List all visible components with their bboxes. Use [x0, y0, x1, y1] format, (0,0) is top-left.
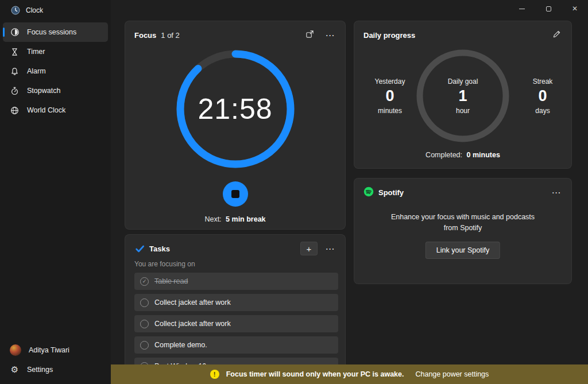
change-power-settings-link[interactable]: Change power settings — [415, 370, 489, 378]
user-profile[interactable]: Aditya Tiwari — [3, 340, 108, 360]
more-icon: ⋯ — [326, 243, 335, 254]
spotify-card-title: Spotify — [378, 188, 404, 197]
yesterday-stat: Yesterday 0 minutes — [361, 77, 419, 115]
daily-progress-title: Daily progress — [363, 31, 415, 40]
completed-summary: Completed: 0 minutes — [354, 151, 571, 159]
popout-icon — [305, 30, 314, 40]
streak-unit: days — [514, 107, 571, 115]
minimize-button[interactable] — [509, 0, 535, 17]
expand-focus-button[interactable] — [301, 28, 318, 42]
goal-value: 1 — [458, 87, 467, 105]
yesterday-label: Yesterday — [361, 77, 419, 86]
spotify-more-button[interactable]: ⋯ — [548, 185, 564, 200]
tasks-card: Tasks + ⋯ You are focusing on ✓ Table re… — [125, 234, 346, 384]
focus-session-counter: 1 of 2 — [161, 31, 180, 40]
task-row[interactable]: Collect jacket after work — [134, 294, 338, 311]
streak-label: Streak — [514, 77, 571, 86]
streak-stat: Streak 0 days — [514, 77, 571, 115]
daily-goal-ring: Daily goal 1 hour — [413, 46, 512, 145]
stop-focus-button[interactable] — [223, 181, 248, 207]
notification-message: Focus timer will sound only when your PC… — [226, 370, 404, 378]
next-label: Next: — [204, 215, 221, 223]
tasks-card-title: Tasks — [149, 245, 170, 253]
add-icon: + — [307, 244, 312, 254]
selected-indicator — [3, 28, 5, 37]
spotify-logo-icon — [363, 187, 374, 199]
task-checkbox-checked[interactable]: ✓ — [140, 277, 149, 286]
edit-goal-button[interactable] — [548, 28, 564, 42]
next-value: 5 min break — [226, 215, 265, 223]
sidebar-item-alarm[interactable]: Alarm — [3, 61, 108, 81]
task-checkbox[interactable] — [140, 298, 149, 307]
sidebar-item-timer[interactable]: Timer — [3, 42, 108, 61]
task-label: Table read — [154, 277, 188, 285]
focus-timer-ring: 21:58 — [173, 46, 298, 172]
focus-sessions-icon — [10, 28, 20, 37]
task-checkbox[interactable] — [140, 320, 149, 328]
settings-gear-icon: ⚙ — [10, 365, 20, 375]
spotify-card: Spotify ⋯ Enhance your focus with music … — [354, 178, 572, 284]
world-clock-globe-icon — [10, 106, 20, 115]
time-remaining: 21:58 — [198, 92, 272, 126]
notification-bar: ! Focus timer will sound only when your … — [111, 364, 588, 384]
sidebar-footer: Aditya Tiwari ⚙ Settings — [3, 340, 108, 379]
more-icon: ⋯ — [552, 187, 562, 198]
sidebar-nav: Focus sessions Timer Alarm Stopwatch Wor… — [0, 20, 111, 122]
maximize-icon — [546, 6, 551, 11]
minimize-icon — [519, 9, 525, 9]
completed-value: 0 minutes — [467, 151, 500, 159]
task-row[interactable]: Complete demo. — [134, 336, 338, 354]
task-row[interactable]: Collect jacket after work — [134, 315, 338, 332]
sidebar-item-label: World Clock — [27, 106, 65, 114]
sidebar-item-stopwatch[interactable]: Stopwatch — [3, 81, 108, 100]
user-name: Aditya Tiwari — [29, 346, 69, 354]
next-session-info: Next: 5 min break — [125, 215, 345, 223]
sidebar-item-focus-sessions[interactable]: Focus sessions — [3, 22, 108, 42]
focusing-on-label: You are focusing on — [134, 260, 195, 268]
sidebar-item-world-clock[interactable]: World Clock — [3, 100, 108, 120]
task-checkbox[interactable] — [140, 341, 149, 350]
check-icon: ✓ — [142, 278, 147, 284]
yesterday-value: 0 — [361, 87, 419, 105]
clock-app-icon — [10, 5, 20, 15]
streak-value: 0 — [514, 87, 571, 105]
focus-more-button[interactable]: ⋯ — [322, 28, 338, 42]
maximize-button[interactable] — [535, 0, 562, 17]
daily-progress-card: Daily progress Yesterday 0 minutes Daily… — [354, 21, 572, 169]
completed-label: Completed: — [425, 151, 462, 159]
focus-card-title: Focus — [134, 31, 156, 40]
tasks-more-button[interactable]: ⋯ — [322, 241, 338, 256]
sidebar-item-label: Timer — [27, 48, 45, 56]
spotify-description: Enhance your focus with music and podcas… — [389, 212, 537, 234]
pencil-icon — [552, 30, 561, 40]
stopwatch-icon — [10, 86, 20, 96]
stop-icon — [231, 190, 239, 198]
more-icon: ⋯ — [326, 30, 335, 41]
task-label: Collect jacket after work — [154, 320, 231, 328]
sidebar-item-label: Focus sessions — [27, 28, 76, 36]
add-task-button[interactable]: + — [300, 242, 318, 255]
goal-label: Daily goal — [448, 77, 478, 86]
task-list: ✓ Table read Collect jacket after work C… — [134, 273, 338, 379]
tasks-icon — [134, 243, 145, 254]
link-spotify-button[interactable]: Link your Spotify — [425, 242, 500, 259]
app-title: Clock — [26, 6, 43, 14]
close-button[interactable]: ✕ — [562, 0, 588, 17]
warning-icon: ! — [210, 370, 219, 379]
sidebar-item-settings[interactable]: ⚙ Settings — [3, 360, 108, 379]
settings-label: Settings — [27, 366, 53, 374]
timer-hourglass-icon — [10, 47, 20, 57]
sidebar-item-label: Stopwatch — [27, 87, 60, 95]
focus-card: Focus 1 of 2 ⋯ 21:58 Next: 5 min break — [125, 21, 346, 230]
task-label: Collect jacket after work — [154, 298, 231, 307]
window-controls: ✕ — [509, 0, 588, 17]
avatar — [10, 344, 21, 356]
close-icon: ✕ — [572, 5, 578, 13]
sidebar-item-label: Alarm — [27, 67, 46, 75]
task-label: Complete demo. — [154, 341, 207, 349]
task-row[interactable]: ✓ Table read — [134, 273, 338, 290]
sidebar: Clock Focus sessions Timer Alarm St — [0, 0, 111, 384]
alarm-bell-icon — [10, 67, 20, 76]
goal-unit: hour — [456, 107, 470, 115]
yesterday-unit: minutes — [361, 107, 419, 115]
